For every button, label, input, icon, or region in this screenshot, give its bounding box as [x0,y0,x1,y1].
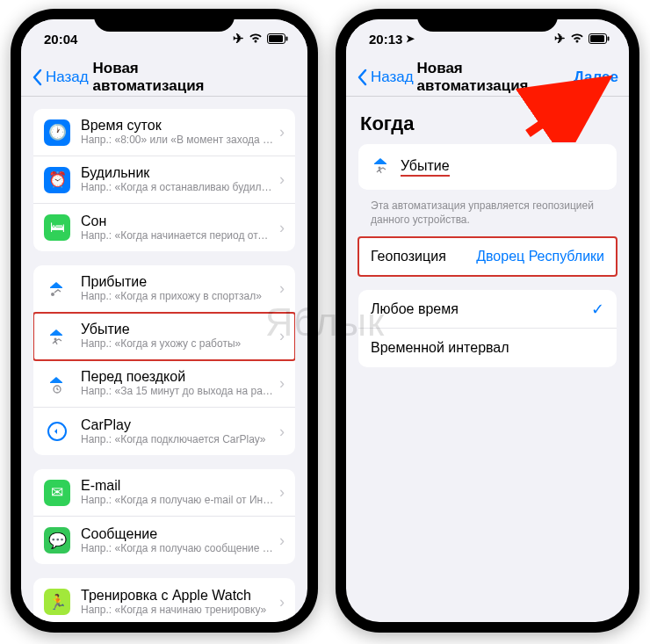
status-icons: ✈ [233,31,288,47]
row-subtitle: Напр.: «Когда подключается CarPlay» [81,433,274,447]
svg-point-3 [51,293,54,296]
message-icon: 💬 [44,527,70,554]
check-icon: ✓ [591,300,604,319]
nav-header: Назад Новая автоматизация Далее [346,58,629,97]
svg-rect-2 [269,35,283,42]
wifi-icon [249,32,263,47]
trigger-arrive[interactable]: Прибытие Напр.: «Когда я прихожу в спорт… [33,265,295,313]
row-subtitle: Напр.: «За 15 минут до выхода на работу» [81,385,274,399]
trigger-group-watch: 🏃 Тренировка с Apple Watch Напр.: «Когда… [33,578,295,622]
content-left[interactable]: 🕐 Время суток Напр.: «8:00» или «В момен… [21,97,307,622]
row-subtitle: Напр.: «Когда я начинаю тренировку» [81,604,274,618]
svg-rect-8 [608,36,610,40]
screen-right: 20:13 ➤ ✈ Назад Новая [346,19,629,622]
row-title: Сообщение [81,525,274,542]
alarm-icon: ⏰ [44,167,70,193]
footer-note: Эта автоматизация управляется геопозицие… [358,193,617,237]
row-title: Сон [81,213,274,229]
chevron-right-icon: › [279,593,285,611]
chevron-right-icon: › [279,327,285,345]
notch [417,9,558,32]
row-title: Перед поездкой [81,368,274,385]
nav-header: Назад Новая автоматизация [21,58,307,97]
trigger-summary-title: Убытие [401,158,450,177]
trigger-before-commute[interactable]: Перед поездкой Напр.: «За 15 минут до вы… [33,360,295,408]
chevron-right-icon: › [279,123,285,141]
chevron-left-icon [32,69,42,86]
back-label: Назад [46,69,89,86]
notch [94,9,235,32]
row-subtitle: Напр.: «Когда я останавливаю будильник» [81,181,274,195]
trigger-message[interactable]: 💬 Сообщение Напр.: «Когда я получаю сооб… [33,517,295,564]
row-subtitle: Напр.: «Когда я прихожу в спортзал» [81,290,274,304]
row-title: Тренировка с Apple Watch [81,587,274,604]
row-title: Будильник [81,164,274,181]
location-icon: ➤ [406,33,415,45]
row-title: Убытие [81,321,274,337]
screen-left: 20:04 ✈ Назад Новая автоматизац [21,19,307,622]
phone-right: 20:13 ➤ ✈ Назад Новая [336,9,639,633]
back-button[interactable]: Назад [357,69,414,86]
status-time: 20:04 [44,32,77,47]
trigger-email[interactable]: ✉ E-mail Напр.: «Когда я получаю e-mail … [33,469,295,517]
battery-icon [589,32,610,47]
svg-rect-1 [286,36,288,40]
trigger-leave[interactable]: Убытие Напр.: «Когда я ухожу с работы» › [33,313,295,360]
clock-icon: 🕐 [44,119,70,146]
wifi-icon [570,32,584,47]
back-button[interactable]: Назад [32,69,89,86]
trigger-sleep[interactable]: 🛏 Сон Напр.: «Когда начинается период от… [33,204,295,251]
status-icons: ✈ [554,31,610,47]
airplane-icon: ✈ [554,31,566,47]
trigger-group-communication: ✉ E-mail Напр.: «Когда я получаю e-mail … [33,469,295,564]
row-title: Прибытие [81,273,274,290]
trigger-group-location: Прибытие Напр.: «Когда я прихожу в спорт… [33,265,295,455]
house-clock-icon [44,371,70,397]
status-time: 20:13 [369,32,402,47]
chevron-right-icon: › [279,219,285,237]
geolocation-label: Геопозиция [371,249,446,264]
house-leave-icon [44,323,70,350]
svg-rect-9 [590,35,604,42]
email-icon: ✉ [44,480,70,506]
next-button[interactable]: Далее [574,69,618,86]
chevron-left-icon [357,69,367,86]
time-range-label: Временной интервал [371,340,509,356]
row-subtitle: Напр.: «Когда начинается период отдыха» [81,229,274,243]
time-any-label: Любое время [371,301,459,317]
row-title: Время суток [81,117,274,134]
time-options-group: Любое время ✓ Временной интервал [358,290,617,367]
time-range[interactable]: Временной интервал [358,329,617,367]
house-arrive-icon [44,276,70,302]
chevron-right-icon: › [279,532,285,550]
time-any[interactable]: Любое время ✓ [358,290,617,329]
trigger-alarm[interactable]: ⏰ Будильник Напр.: «Когда я останавливаю… [33,156,295,204]
geolocation-row-group: Геопозиция Дворец Республики [358,237,617,276]
page-title: Новая автоматизация [417,60,559,95]
bed-icon: 🛏 [44,214,70,241]
phone-left: 20:04 ✈ Назад Новая автоматизац [11,9,318,633]
trigger-workout[interactable]: 🏃 Тренировка с Apple Watch Напр.: «Когда… [33,578,295,622]
content-right[interactable]: Когда Убытие Эта автоматизация управляет… [346,97,629,622]
trigger-time-of-day[interactable]: 🕐 Время суток Напр.: «8:00» или «В момен… [33,109,295,156]
row-title: E-mail [81,477,274,494]
trigger-summary-card: Убытие [358,144,617,190]
chevron-right-icon: › [279,374,285,393]
row-subtitle: Напр.: «Когда я получаю сообщение от мам… [81,542,274,556]
row-subtitle: Напр.: «Когда я получаю e-mail от Инны» [81,494,274,508]
airplane-icon: ✈ [233,31,244,47]
section-header: Когда [360,112,615,135]
workout-icon: 🏃 [44,589,70,615]
row-title: CarPlay [81,416,274,433]
trigger-carplay[interactable]: CarPlay Напр.: «Когда подключается CarPl… [33,408,295,455]
geolocation-row[interactable]: Геопозиция Дворец Республики [358,237,617,276]
trigger-summary-row: Убытие [358,144,617,190]
carplay-icon [44,418,70,445]
back-label: Назад [371,69,414,86]
trigger-group-time: 🕐 Время суток Напр.: «8:00» или «В момен… [33,109,295,251]
row-subtitle: Напр.: «Когда я ухожу с работы» [81,337,274,351]
page-title: Новая автоматизация [93,60,236,95]
chevron-right-icon: › [279,483,285,502]
chevron-right-icon: › [279,279,285,298]
battery-icon [267,32,288,47]
